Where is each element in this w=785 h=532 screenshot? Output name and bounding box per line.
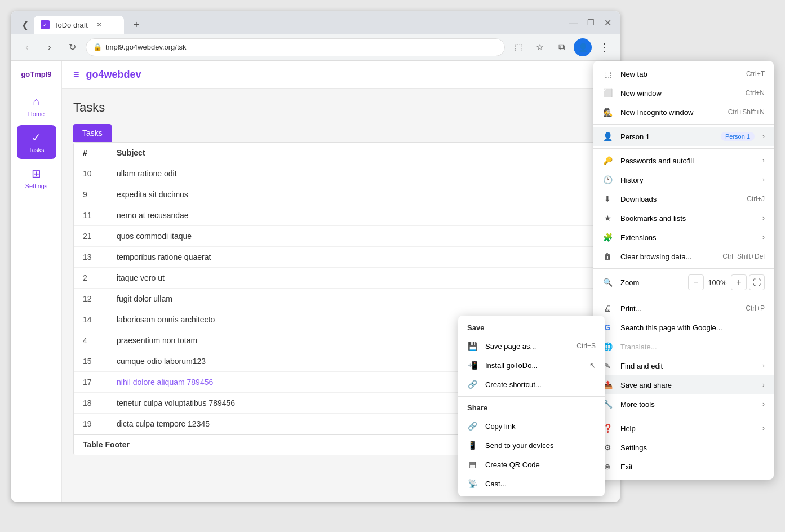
maximize-button[interactable]: ❐ [583, 15, 598, 30]
table-row[interactable]: 9expedita sit ducimus [74, 184, 608, 205]
submenu-item-shortcut[interactable]: 🔗 Create shortcut... [458, 375, 605, 394]
zoom-in-button[interactable]: + [731, 274, 747, 290]
menu-item-new-window[interactable]: ⬜ New window Ctrl+N [593, 83, 774, 103]
table-cell-subject: expedita sit ducimus [108, 184, 608, 205]
table-row[interactable]: 13temporibus ratione quaerat [74, 247, 608, 268]
history-icon: 🕐 [602, 175, 613, 185]
menu-item-exit[interactable]: ⊗ Exit [593, 457, 774, 476]
menu-item-extensions[interactable]: 🧩 Extensions › [593, 228, 774, 247]
menu-item-clear-data[interactable]: 🗑 Clear browsing data... Ctrl+Shift+Del [593, 247, 774, 266]
sidebar-item-home[interactable]: ⌂ Home [17, 90, 56, 123]
new-window-icon: ⬜ [602, 88, 613, 98]
table-row[interactable]: 10ullam ratione odit [74, 163, 608, 184]
menu-label: Find and edit [620, 362, 755, 370]
menu-label: Cast... [485, 480, 596, 488]
new-tab-icon: ⬚ [602, 69, 613, 79]
menu-item-passwords[interactable]: 🔑 Passwords and autofill › [593, 151, 774, 170]
menu-label: Clear browsing data... [620, 252, 715, 261]
more-options-button[interactable]: ⋮ [595, 38, 613, 56]
menu-label: Bookmarks and lists [620, 214, 755, 223]
submenu-item-qr-code[interactable]: ▦ Create QR Code [458, 455, 605, 474]
sidebar-item-label: Settings [25, 183, 48, 189]
settings-icon: ⊞ [32, 167, 41, 180]
table-row[interactable]: 11nemo at recusandae [74, 205, 608, 226]
menu-label: Search this page with Google... [620, 323, 765, 332]
sidebar: goTmpl9 ⌂ Home ✓ Tasks ⊞ Settings [11, 61, 62, 502]
menu-item-help[interactable]: ❓ Help › [593, 419, 774, 438]
menu-divider [593, 268, 774, 269]
new-tab-button[interactable]: + [128, 17, 144, 33]
menu-item-new-tab[interactable]: ⬚ New tab Ctrl+T [593, 64, 774, 83]
sidebar-item-settings[interactable]: ⊞ Settings [17, 161, 56, 195]
active-tab[interactable]: ✓ ToDo draft ✕ [34, 16, 124, 34]
address-bar: ‹ › ↻ 🔒 tmpl9.go4webdev.org/tsk ⬚ ☆ ⧉ 👤 … [11, 34, 620, 61]
menu-item-incognito[interactable]: 🕵 New Incognito window Ctrl+Shift+N [593, 103, 774, 122]
menu-label: Exit [620, 463, 765, 471]
cast-icon: 📡 [467, 478, 477, 489]
submenu-item-copy-link[interactable]: 🔗 Copy link [458, 416, 605, 436]
col-header-subject: Subject [108, 143, 608, 163]
zoom-icon: 🔍 [602, 277, 613, 287]
split-view-icon[interactable]: ⧉ [552, 38, 570, 56]
arrow-icon: › [762, 157, 765, 165]
bookmarks-icon: ★ [602, 213, 613, 223]
home-icon: ⌂ [33, 95, 39, 108]
tasks-nav-tab[interactable]: Tasks [73, 124, 112, 142]
table-cell-num: 15 [74, 351, 108, 372]
print-icon: 🖨 [602, 303, 613, 313]
table-row[interactable]: 2itaque vero ut [74, 268, 608, 289]
tab-close-button[interactable]: ✕ [95, 20, 104, 29]
zoom-out-button[interactable]: − [688, 274, 704, 290]
menu-item-person[interactable]: 👤 Person 1 Person 1 › [593, 127, 774, 146]
menu-item-print[interactable]: 🖨 Print... Ctrl+P [593, 299, 774, 318]
table-cell-subject: quos commodi itaque [108, 226, 608, 247]
page-title: Tasks [73, 100, 609, 115]
submenu-item-save-page[interactable]: 💾 Save page as... Ctrl+S [458, 336, 605, 356]
sidebar-item-tasks[interactable]: ✓ Tasks [17, 125, 56, 159]
hamburger-icon[interactable]: ≡ [73, 69, 79, 81]
minimize-button[interactable]: — [566, 15, 582, 30]
fullscreen-button[interactable]: ⛶ [749, 274, 765, 290]
arrow-icon: › [762, 233, 765, 241]
copy-link-icon: 🔗 [467, 421, 477, 431]
close-button[interactable]: ✕ [600, 15, 615, 30]
bookmark-icon[interactable]: ☆ [531, 38, 549, 56]
table-row[interactable]: 21quos commodi itaque [74, 226, 608, 247]
menu-item-find-edit[interactable]: ✎ Find and edit › [593, 356, 774, 375]
tab-scroll-back[interactable]: ❮ [16, 16, 34, 34]
cast-icon[interactable]: ⬚ [509, 38, 527, 56]
submenu-item-install[interactable]: 📲 Install goToDo... ↖ [458, 356, 605, 375]
menu-shortcut: Ctrl+Shift+Del [722, 252, 765, 260]
refresh-button[interactable]: ↻ [63, 38, 81, 56]
password-icon: 🔑 [602, 156, 613, 166]
menu-item-bookmarks[interactable]: ★ Bookmarks and lists › [593, 209, 774, 228]
menu-item-save-share[interactable]: 📤 Save and share › [593, 375, 774, 394]
submenu-divider [458, 396, 605, 397]
back-button[interactable]: ‹ [18, 38, 36, 56]
menu-shortcut: Ctrl+S [576, 342, 596, 350]
context-menu: ⬚ New tab Ctrl+T ⬜ New window Ctrl+N 🕵 N… [593, 61, 774, 480]
tab-title: ToDo draft [54, 21, 88, 29]
menu-label: Save and share [620, 381, 755, 389]
menu-item-settings[interactable]: ⚙ Settings [593, 438, 774, 457]
menu-item-history[interactable]: 🕐 History › [593, 170, 774, 189]
submenu-item-cast[interactable]: 📡 Cast... [458, 474, 605, 493]
submenu-item-send-devices[interactable]: 📱 Send to your devices [458, 436, 605, 455]
shortcut-icon: 🔗 [467, 379, 477, 389]
menu-label: Send to your devices [485, 441, 596, 450]
person-badge: Person 1 [721, 132, 755, 141]
table-cell-num: 12 [74, 289, 108, 309]
table-row[interactable]: 12fugit dolor ullam [74, 289, 608, 309]
table-cell-num: 21 [74, 226, 108, 247]
menu-item-search-google[interactable]: G Search this page with Google... [593, 318, 774, 337]
menu-item-more-tools[interactable]: 🔧 More tools › [593, 394, 774, 414]
address-input[interactable]: 🔒 tmpl9.go4webdev.org/tsk [86, 38, 505, 56]
table-cell-num: 19 [74, 414, 108, 435]
menu-label: History [620, 176, 755, 184]
table-cell-num: 14 [74, 309, 108, 330]
menu-label: Translate... [620, 343, 765, 351]
app-title: go4webdev [86, 69, 141, 81]
forward-button[interactable]: › [41, 38, 59, 56]
profile-icon[interactable]: 👤 [574, 38, 592, 56]
menu-item-downloads[interactable]: ⬇ Downloads Ctrl+J [593, 189, 774, 209]
